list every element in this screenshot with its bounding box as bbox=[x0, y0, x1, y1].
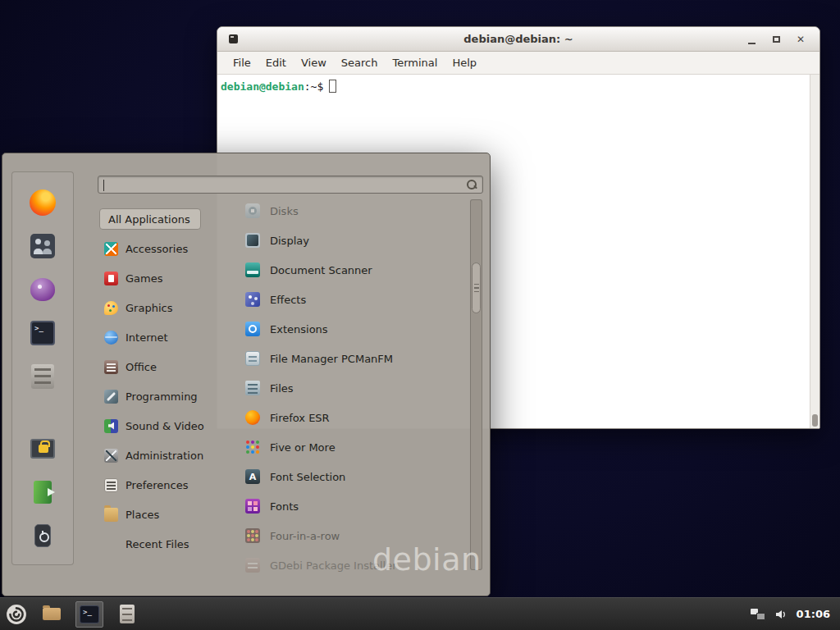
app-four-in-a-row[interactable]: Four-in-a-row bbox=[239, 521, 470, 550]
menu-edit[interactable]: Edit bbox=[258, 54, 294, 71]
app-label: Font Selection bbox=[270, 471, 345, 483]
category-label: Graphics bbox=[126, 302, 172, 314]
app-font-selection[interactable]: Font Selection bbox=[239, 462, 470, 491]
category-list: All Applications Accessories Games Graph… bbox=[99, 204, 224, 559]
taskbar-files-button[interactable] bbox=[113, 601, 141, 628]
document-scanner-icon bbox=[245, 262, 260, 277]
disks-icon bbox=[245, 203, 260, 218]
fonts-icon bbox=[245, 499, 260, 514]
search-input[interactable] bbox=[98, 176, 466, 193]
app-fonts[interactable]: Fonts bbox=[239, 491, 470, 521]
gdebi-icon bbox=[245, 558, 260, 573]
category-graphics[interactable]: Graphics bbox=[99, 293, 224, 322]
favorite-users-button[interactable] bbox=[23, 232, 62, 260]
search-caret bbox=[103, 180, 104, 191]
category-sound-video[interactable]: Sound & Video bbox=[99, 411, 224, 441]
category-internet[interactable]: Internet bbox=[99, 322, 224, 352]
menu-search[interactable]: Search bbox=[334, 54, 386, 71]
app-firefox-esr[interactable]: Firefox ESR bbox=[239, 403, 470, 432]
menu-view[interactable]: View bbox=[294, 54, 334, 71]
app-label: Firefox ESR bbox=[270, 412, 330, 424]
taskbar-file-manager-button[interactable] bbox=[38, 601, 66, 628]
log-out-button[interactable] bbox=[23, 478, 62, 506]
prompt-line: debian@debian:~$ bbox=[221, 80, 806, 93]
games-icon bbox=[104, 272, 118, 285]
clock[interactable]: 01:06 bbox=[797, 608, 830, 620]
category-places[interactable]: Places bbox=[99, 500, 224, 529]
category-office[interactable]: Office bbox=[99, 352, 224, 381]
category-label: Places bbox=[126, 509, 159, 521]
apps-scrollbar[interactable] bbox=[470, 199, 482, 570]
effects-icon bbox=[245, 292, 260, 307]
favorites-column bbox=[11, 171, 74, 565]
log-out-icon bbox=[34, 481, 52, 504]
app-label: File Manager PCManFM bbox=[270, 353, 393, 365]
category-preferences[interactable]: Preferences bbox=[99, 470, 224, 500]
taskbar-terminal-button[interactable] bbox=[75, 601, 103, 628]
favorite-messenger-button[interactable] bbox=[23, 276, 62, 304]
category-administration[interactable]: Administration bbox=[99, 441, 224, 470]
extensions-icon bbox=[245, 322, 260, 336]
app-disks[interactable]: Disks bbox=[239, 196, 470, 226]
terminal-titlebar[interactable]: debian@debian: ~ ✕ bbox=[217, 27, 819, 52]
category-games[interactable]: Games bbox=[99, 263, 224, 293]
firefox-icon bbox=[30, 189, 56, 216]
app-label: Files bbox=[270, 382, 294, 395]
terminal-scrollbar[interactable] bbox=[810, 75, 819, 428]
taskbar: 01:06 bbox=[0, 597, 840, 630]
category-label: Programming bbox=[126, 390, 198, 403]
app-five-or-more[interactable]: Five or More bbox=[239, 432, 470, 462]
menu-help[interactable]: Help bbox=[445, 54, 484, 71]
taskbar-menu-button[interactable] bbox=[3, 601, 30, 628]
maximize-button[interactable] bbox=[764, 29, 788, 50]
app-label: Five or More bbox=[270, 441, 336, 454]
lock-screen-button[interactable] bbox=[23, 435, 62, 463]
app-document-scanner[interactable]: Document Scanner bbox=[239, 255, 470, 285]
firefox-icon bbox=[245, 410, 260, 425]
category-label: Office bbox=[126, 361, 157, 373]
menu-file[interactable]: File bbox=[226, 54, 258, 71]
shut-down-button[interactable] bbox=[23, 522, 62, 550]
category-recent-files[interactable]: Recent Files bbox=[99, 529, 224, 559]
shut-down-icon bbox=[34, 524, 51, 547]
category-label: Internet bbox=[126, 331, 168, 344]
purple-bird-icon bbox=[30, 278, 55, 301]
favorite-terminal-button[interactable] bbox=[23, 319, 62, 347]
sound-video-icon bbox=[104, 419, 118, 433]
category-label: Sound & Video bbox=[126, 420, 204, 432]
display-icon bbox=[245, 233, 260, 248]
app-extensions[interactable]: Extensions bbox=[239, 314, 470, 344]
app-label: Four-in-a-row bbox=[270, 530, 340, 542]
apps-scrollbar-thumb[interactable] bbox=[472, 262, 481, 313]
category-all-applications[interactable]: All Applications bbox=[99, 208, 201, 230]
category-label: Recent Files bbox=[126, 538, 189, 550]
app-label: Extensions bbox=[270, 323, 328, 336]
favorite-firefox-button[interactable] bbox=[23, 189, 62, 217]
app-file-manager-pcmanfm[interactable]: File Manager PCManFM bbox=[239, 344, 470, 373]
menu-terminal[interactable]: Terminal bbox=[385, 54, 445, 71]
app-gdebi-package-installer[interactable]: GDebi Package Installer bbox=[239, 550, 470, 573]
app-display[interactable]: Display bbox=[239, 226, 470, 255]
terminal-cursor bbox=[329, 80, 336, 93]
file-cabinet-icon bbox=[31, 364, 54, 389]
app-label: Document Scanner bbox=[270, 264, 372, 276]
app-files[interactable]: Files bbox=[239, 373, 470, 403]
network-icon[interactable] bbox=[751, 609, 765, 620]
office-icon bbox=[104, 360, 118, 374]
administration-icon bbox=[104, 449, 118, 463]
folder-icon bbox=[43, 608, 61, 620]
minimize-button[interactable] bbox=[739, 29, 764, 50]
menu-swirl-icon bbox=[6, 604, 27, 625]
pcmanfm-icon bbox=[245, 351, 260, 366]
category-accessories[interactable]: Accessories bbox=[99, 234, 224, 263]
category-label: All Applications bbox=[108, 213, 190, 226]
favorite-files-button[interactable] bbox=[23, 363, 62, 390]
terminal-scrollbar-thumb[interactable] bbox=[812, 414, 818, 427]
category-programming[interactable]: Programming bbox=[99, 381, 224, 411]
volume-icon[interactable] bbox=[774, 608, 788, 621]
close-button[interactable]: ✕ bbox=[788, 29, 813, 50]
app-effects[interactable]: Effects bbox=[239, 285, 470, 314]
search-box[interactable] bbox=[98, 176, 483, 194]
category-label: Games bbox=[126, 272, 162, 285]
application-list: Disks Display Document Scanner Effects E… bbox=[239, 196, 470, 573]
